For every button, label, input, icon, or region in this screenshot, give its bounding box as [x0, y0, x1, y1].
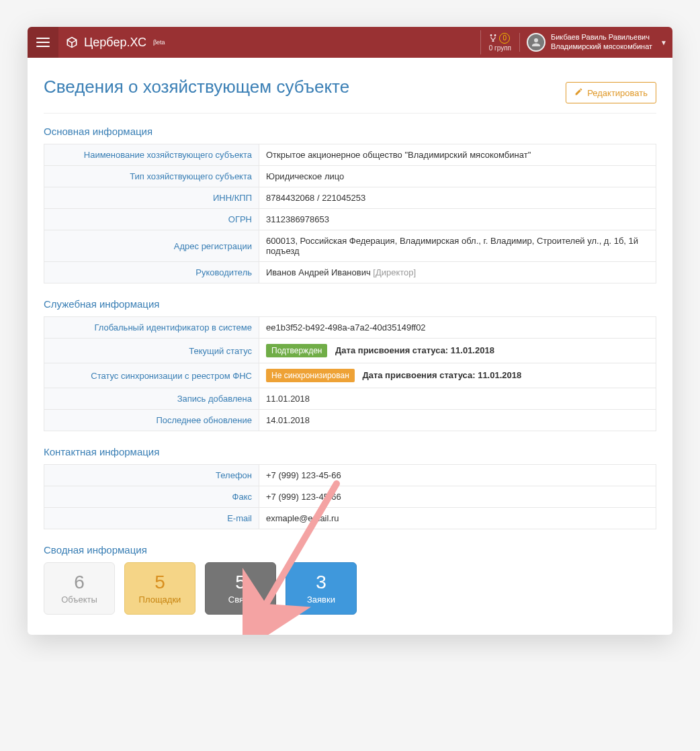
chevron-down-icon: ▼	[660, 39, 667, 46]
value-phone: +7 (999) 123-45-66	[259, 465, 656, 486]
label-name: Наименование хозяйствующего субъекта	[44, 144, 259, 166]
value-sync: Не синхронизирован Дата присвоения стату…	[259, 363, 656, 388]
tile-label: Заявки	[307, 594, 335, 605]
pencil-icon	[574, 87, 583, 98]
contact-table: Телефон +7 (999) 123-45-66 Факс +7 (999)…	[44, 464, 656, 529]
table-row: Телефон +7 (999) 123-45-66	[44, 465, 656, 486]
edit-button[interactable]: Редактировать	[566, 82, 656, 103]
table-row: Глобальный идентификатор в системе ee1b3…	[44, 317, 656, 339]
table-row: Запись добавлена 11.01.2018	[44, 388, 656, 410]
hamburger-icon	[36, 38, 50, 47]
fork-icon	[490, 34, 496, 43]
brand[interactable]: Цербер.ХС βeta	[58, 36, 172, 50]
topbar: Цербер.ХС βeta 0 0 групп Бикбаев Равиль …	[28, 27, 672, 58]
value-type: Юридическое лицо	[259, 166, 656, 187]
tile-number: 5	[155, 573, 165, 592]
table-row: Адрес регистрации 600013, Российская Фед…	[44, 230, 656, 262]
value-added: 11.01.2018	[259, 388, 656, 410]
cube-icon	[65, 36, 79, 49]
value-ogrn: 3112386978653	[259, 209, 656, 230]
table-row: ИНН/КПП 8784432068 / 221045253	[44, 187, 656, 209]
tile-label: Связи	[228, 594, 253, 605]
label-type: Тип хозяйствующего субъекта	[44, 166, 259, 187]
table-row: Факс +7 (999) 123-45-66	[44, 486, 656, 508]
label-ogrn: ОГРН	[44, 209, 259, 230]
value-updated: 14.01.2018	[259, 410, 656, 431]
section-contact: Контактная информация	[44, 446, 656, 457]
value-head: Иванов Андрей Иванович [Директор]	[259, 262, 656, 283]
table-row: Тип хозяйствующего субъекта Юридическое …	[44, 166, 656, 187]
user-name: Бикбаев Равиль Равильевич	[551, 33, 652, 42]
label-status: Текущий статус	[44, 339, 259, 363]
table-row: E-mail exmaple@email.ru	[44, 508, 656, 529]
tile-label: Площадки	[139, 594, 181, 605]
menu-button[interactable]	[28, 27, 58, 58]
user-org: Владимирский мясокомбинат	[551, 42, 652, 52]
table-row: Последнее обновление 14.01.2018	[44, 410, 656, 431]
tile-objects[interactable]: 6 Объекты	[44, 562, 115, 615]
status-badge: Подтвержден	[266, 344, 327, 357]
brand-beta: βeta	[153, 39, 165, 46]
groups-count: 0	[499, 33, 510, 44]
table-row: Руководитель Иванов Андрей Иванович [Дир…	[44, 262, 656, 283]
tile-sites[interactable]: 5 Площадки	[124, 562, 195, 615]
label-added: Запись добавлена	[44, 388, 259, 410]
value-name: Открытое акционерное общество "Владимирс…	[259, 144, 656, 166]
value-guid: ee1b3f52-b492-498a-a7a2-40d35149ff02	[259, 317, 656, 339]
value-fax: +7 (999) 123-45-66	[259, 486, 656, 508]
label-inn: ИНН/КПП	[44, 187, 259, 209]
label-fax: Факс	[44, 486, 259, 508]
user-text: Бикбаев Равиль Равильевич Владимирский м…	[551, 33, 652, 52]
groups-label: 0 групп	[489, 44, 511, 52]
label-email: E-mail	[44, 508, 259, 529]
label-head: Руководитель	[44, 262, 259, 283]
groups-indicator[interactable]: 0 0 групп	[480, 30, 519, 54]
tile-label: Объекты	[61, 594, 97, 605]
app-window: Цербер.ХС βeta 0 0 групп Бикбаев Равиль …	[28, 27, 672, 635]
table-row: Статус синхронизации с реестром ФНС Не с…	[44, 363, 656, 388]
value-status: Подтвержден Дата присвоения статуса: 11.…	[259, 339, 656, 363]
section-summary: Сводная информация	[44, 544, 656, 556]
value-addr: 600013, Российская Федерация, Владимирск…	[259, 230, 656, 262]
label-addr: Адрес регистрации	[44, 230, 259, 262]
divider	[44, 113, 656, 114]
user-menu[interactable]: Бикбаев Равиль Равильевич Владимирский м…	[519, 33, 672, 52]
page-title: Сведения о хозяйствующем субъекте	[44, 77, 566, 97]
label-updated: Последнее обновление	[44, 410, 259, 431]
tile-number: 6	[74, 573, 85, 592]
table-row: Текущий статус Подтвержден Дата присвоен…	[44, 339, 656, 363]
basic-table: Наименование хозяйствующего субъекта Отк…	[44, 144, 656, 283]
label-sync: Статус синхронизации с реестром ФНС	[44, 363, 259, 388]
value-email: exmaple@email.ru	[259, 508, 656, 529]
label-phone: Телефон	[44, 465, 259, 486]
service-table: Глобальный идентификатор в системе ee1b3…	[44, 316, 656, 431]
tile-links[interactable]: 5 Связи	[205, 562, 276, 615]
summary-tiles: 6 Объекты 5 Площадки 5 Связи 3 Заявки	[44, 562, 656, 615]
content: Сведения о хозяйствующем субъекте Редакт…	[28, 58, 672, 635]
tile-number: 3	[316, 573, 326, 592]
section-basic: Основная информация	[44, 126, 656, 137]
tile-requests[interactable]: 3 Заявки	[286, 562, 357, 615]
avatar	[527, 33, 545, 52]
table-row: ОГРН 3112386978653	[44, 209, 656, 230]
value-inn: 8784432068 / 221045253	[259, 187, 656, 209]
edit-button-label: Редактировать	[587, 88, 648, 98]
sync-badge: Не синхронизирован	[266, 369, 355, 382]
tile-number: 5	[235, 573, 246, 592]
table-row: Наименование хозяйствующего субъекта Отк…	[44, 144, 656, 166]
brand-text: Цербер.ХС	[84, 36, 146, 50]
section-service: Служебная информация	[44, 298, 656, 310]
label-guid: Глобальный идентификатор в системе	[44, 317, 259, 339]
